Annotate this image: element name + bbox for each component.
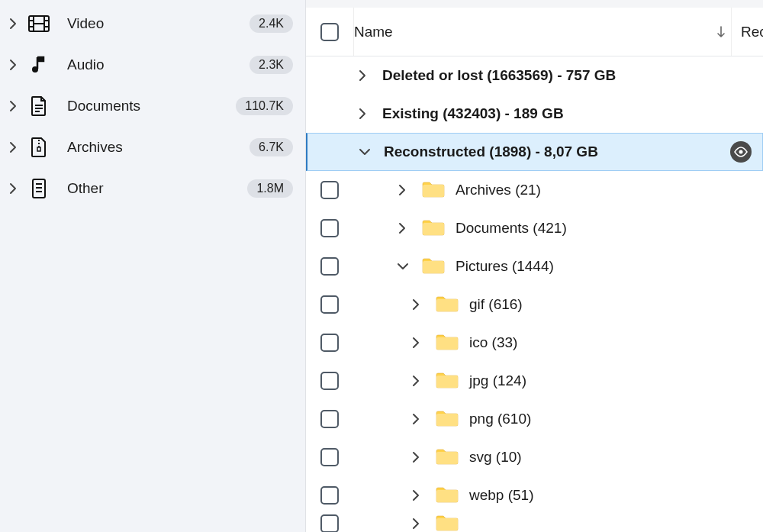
tree-row-ico[interactable]: ico (33) <box>306 324 763 362</box>
top-strip <box>306 0 763 8</box>
row-label: png (610) <box>469 411 731 427</box>
column-rec[interactable]: Rec <box>731 8 763 56</box>
tree-row-gif[interactable]: gif (616) <box>306 285 763 324</box>
tree-row-png[interactable]: png (610) <box>306 400 763 438</box>
sidebar-item-video[interactable]: Video 2.4K <box>0 3 305 44</box>
row-label: Deleted or lost (1663569) - 757 GB <box>382 67 731 84</box>
sidebar-item-documents[interactable]: Documents 110.7K <box>0 85 305 127</box>
column-header: Name Rec <box>306 8 763 56</box>
tree-row-documents[interactable]: Documents (421) <box>306 209 763 247</box>
svg-rect-13 <box>37 147 40 151</box>
count-badge: 6.7K <box>250 138 293 156</box>
row-checkbox[interactable] <box>306 257 353 276</box>
tree-row-pictures[interactable]: Pictures (1444) <box>306 247 763 285</box>
chevron-right-icon[interactable] <box>407 295 427 314</box>
file-tree: Deleted or lost (1663569) - 757 GB Exist… <box>306 56 763 532</box>
main-panel: Name Rec Deleted or lost (1663569) - 757… <box>305 0 763 532</box>
row-checkbox[interactable] <box>306 514 353 532</box>
folder-icon <box>436 295 459 314</box>
document-icon <box>27 95 50 118</box>
count-badge: 2.3K <box>250 56 293 74</box>
select-all-checkbox[interactable] <box>306 23 353 41</box>
svg-point-8 <box>32 66 38 73</box>
chevron-right-icon[interactable] <box>353 66 373 85</box>
chevron-right-icon[interactable] <box>353 104 373 124</box>
row-label: Archives (21) <box>456 182 731 198</box>
chevron-right-icon <box>6 140 21 155</box>
row-label: jpg (124) <box>469 372 731 389</box>
eye-icon[interactable] <box>730 141 752 163</box>
row-label: ico (33) <box>469 334 731 351</box>
folder-icon <box>436 486 459 505</box>
chevron-right-icon[interactable] <box>407 447 427 467</box>
tree-row-reconstructed[interactable]: Reconstructed (1898) - 8,07 GB <box>306 133 763 171</box>
video-icon <box>27 12 50 35</box>
svg-point-18 <box>739 150 743 154</box>
chevron-right-icon[interactable] <box>407 371 427 391</box>
tree-row-jpg[interactable]: jpg (124) <box>306 362 763 400</box>
sidebar-label: Archives <box>67 139 250 156</box>
row-label: svg (10) <box>469 449 731 466</box>
tree-row-svg[interactable]: svg (10) <box>306 438 763 476</box>
tree-row-archives[interactable]: Archives (21) <box>306 171 763 209</box>
folder-icon <box>436 448 459 466</box>
row-checkbox[interactable] <box>306 448 353 466</box>
sidebar-label: Video <box>67 15 250 32</box>
row-label: gif (616) <box>469 296 731 313</box>
folder-icon <box>436 514 459 532</box>
tree-row-deleted[interactable]: Deleted or lost (1663569) - 757 GB <box>306 56 763 95</box>
sidebar-label: Documents <box>67 98 236 114</box>
chevron-right-icon[interactable] <box>407 333 427 353</box>
row-checkbox[interactable] <box>306 334 353 352</box>
sort-arrow-icon <box>711 25 731 39</box>
column-name[interactable]: Name <box>353 8 731 56</box>
chevron-right-icon <box>6 57 21 73</box>
count-badge: 110.7K <box>236 97 293 115</box>
folder-icon <box>436 372 459 390</box>
chevron-right-icon <box>6 181 21 196</box>
tree-row-webp[interactable]: webp (51) <box>306 476 763 514</box>
archive-icon <box>27 136 50 159</box>
row-checkbox[interactable] <box>306 410 353 428</box>
chevron-right-icon <box>6 16 21 31</box>
sidebar-label: Other <box>67 180 247 197</box>
chevron-right-icon[interactable] <box>393 180 413 200</box>
column-name-label: Name <box>354 24 711 40</box>
row-label: Existing (432403) - 189 GB <box>382 105 731 122</box>
chevron-right-icon[interactable] <box>407 409 427 429</box>
sidebar: Video 2.4K Audio 2.3K Documents 110.7K A… <box>0 0 305 532</box>
row-label: Documents (421) <box>456 220 731 237</box>
chevron-down-icon[interactable] <box>355 142 375 162</box>
chevron-right-icon[interactable] <box>407 485 427 505</box>
tree-row-partial[interactable] <box>306 514 763 532</box>
sidebar-item-other[interactable]: Other 1.8M <box>0 168 305 209</box>
audio-icon <box>27 53 50 76</box>
chevron-right-icon <box>6 98 21 114</box>
tree-row-existing[interactable]: Existing (432403) - 189 GB <box>306 95 763 133</box>
folder-icon <box>422 257 445 276</box>
row-checkbox[interactable] <box>306 486 353 505</box>
sidebar-item-archives[interactable]: Archives 6.7K <box>0 127 305 168</box>
folder-icon <box>422 181 445 199</box>
count-badge: 2.4K <box>250 15 293 33</box>
chevron-down-icon[interactable] <box>393 256 413 276</box>
row-checkbox[interactable] <box>306 372 353 390</box>
row-checkbox[interactable] <box>306 295 353 314</box>
row-checkbox[interactable] <box>306 181 353 199</box>
row-label: webp (51) <box>469 487 731 504</box>
sidebar-label: Audio <box>67 56 250 73</box>
chevron-right-icon[interactable] <box>407 514 427 532</box>
other-icon <box>27 177 50 200</box>
row-label: Reconstructed (1898) - 8,07 GB <box>384 143 730 160</box>
column-rec-label: Rec <box>741 24 763 40</box>
chevron-right-icon[interactable] <box>393 218 413 238</box>
folder-icon <box>436 410 459 428</box>
sidebar-item-audio[interactable]: Audio 2.3K <box>0 44 305 85</box>
row-label: Pictures (1444) <box>456 258 731 275</box>
folder-icon <box>436 334 459 352</box>
count-badge: 1.8M <box>247 179 293 198</box>
folder-icon <box>422 219 445 237</box>
row-checkbox[interactable] <box>306 219 353 237</box>
